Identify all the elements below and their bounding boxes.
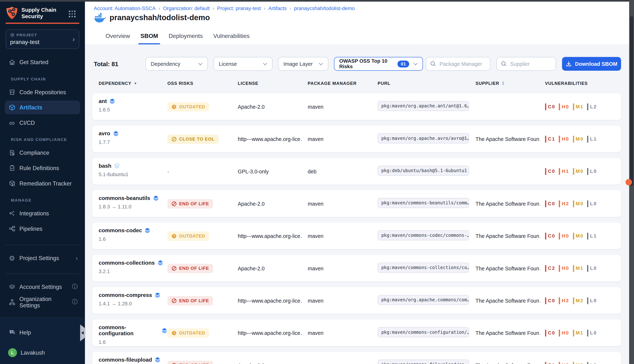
dependency-name[interactable]: commons-configuration	[99, 324, 159, 336]
dependency-version: 1.6.5	[99, 107, 167, 113]
sidebar-item-code-repositories[interactable]: Code Repositories	[0, 84, 85, 100]
package-manager-value: maven	[308, 136, 372, 142]
sidebar-item-label: Help	[20, 329, 31, 336]
tab-vulnerabilities[interactable]: Vulnerabilities	[213, 28, 250, 44]
table-row[interactable]: ant1.6.5OUTDATEDApache-2.0mavenpkg:maven…	[92, 93, 621, 120]
supplier-value: The Apache Software Foun…	[475, 200, 540, 206]
purl-value[interactable]: pkg:maven/commons-beanutils/comm…	[378, 198, 469, 208]
sidebar-item-artifacts[interactable]: Artifacts	[0, 100, 85, 115]
vuln-c-count: C1	[545, 136, 555, 142]
severity-bar	[545, 297, 546, 304]
dependency-name[interactable]: commons-fileupload	[99, 357, 152, 363]
purl-value[interactable]: pkg:maven/commons-collections/co…	[378, 262, 469, 272]
dependency-name[interactable]: bash	[99, 163, 111, 169]
severity-bar	[545, 329, 546, 336]
filter-count-badge: 01	[398, 60, 409, 67]
purl-value[interactable]: pkg:maven/commons-codec/commons-…	[378, 230, 469, 240]
package-manager-value: deb	[308, 168, 372, 174]
vuln-l-count: L0	[587, 329, 597, 336]
dependency-version: 1.7.7	[99, 139, 167, 145]
severity-bar	[545, 168, 546, 175]
dependency-name[interactable]: commons-compress	[99, 292, 152, 298]
dependency-name[interactable]: commons-collections	[99, 260, 155, 266]
tab-deployments[interactable]: Deployments	[169, 28, 203, 44]
sidebar-item-rule-definitions[interactable]: Rule Definitions	[0, 160, 85, 176]
purl-value[interactable]: pkg:maven/org.apache.avro/avro@1…	[378, 133, 469, 143]
sidebar-item-get-started[interactable]: Get Started	[0, 54, 85, 70]
sidebar-item-account-settings[interactable]: Account Settings ⓘ	[0, 279, 85, 294]
table-row[interactable]: commons-compress1.4.1 → 1.28.0END OF LIF…	[92, 287, 621, 314]
purl-value[interactable]: pkg:maven/commons-fileupload/co…	[378, 360, 469, 364]
vuln-c-count: C0	[545, 168, 555, 175]
breadcrumb-organization[interactable]: Organization: default	[163, 6, 210, 11]
severity-bar	[587, 297, 588, 304]
sidebar-item-project-settings[interactable]: ⚙ Project Settings ›	[0, 250, 85, 266]
vulnerability-counts: C0H2M0L0	[545, 200, 621, 207]
cube-icon	[10, 33, 15, 37]
package-manager-input[interactable]	[439, 60, 486, 67]
dependency-filter-dropdown[interactable]: Dependency	[145, 57, 208, 71]
tab-sbom[interactable]: SBOM	[141, 28, 158, 44]
image-layer-filter-dropdown[interactable]: Image Layer	[278, 57, 328, 71]
license-cell: http---www.apache.org-lice…	[238, 136, 308, 142]
module-grid-icon[interactable]	[69, 10, 75, 17]
severity-bar	[587, 232, 588, 239]
vulnerability-counts: C0H0M1L2	[545, 103, 621, 110]
breadcrumb-current[interactable]: pranaycshah/todolist-demo	[294, 6, 355, 11]
table-row[interactable]: commons-collections3.2.1END OF LIFEApach…	[92, 255, 621, 282]
purl-value[interactable]: pkg:deb/ubuntu/bash@5.1-6ubuntu1	[378, 166, 469, 176]
user-name: Lavakush	[21, 350, 45, 356]
vuln-m-count: M0	[573, 200, 583, 207]
column-purl: PURL	[378, 81, 475, 86]
purl-value[interactable]: pkg:maven/org.apache.commons/com…	[378, 295, 469, 305]
purl-value[interactable]: pkg:maven/commons-configuration/…	[378, 327, 469, 337]
sidebar-user[interactable]: L Lavakush	[0, 345, 85, 360]
supplier-input[interactable]	[509, 60, 551, 67]
purl-cell: pkg:maven/org.apache.commons/com…	[378, 295, 475, 306]
scrollbar-thumb[interactable]	[630, 16, 633, 186]
dependency-name[interactable]: commons-codec	[99, 228, 142, 234]
breadcrumb-project[interactable]: Project: pranay-test	[217, 6, 261, 11]
sidebar-item-help[interactable]: ? Help	[0, 325, 85, 340]
license-value: GPL-3.0-only	[238, 168, 302, 174]
info-icon[interactable]: ⓘ	[72, 298, 78, 306]
license-filter-dropdown[interactable]: License	[213, 57, 273, 71]
app-viewport: Supply ChainSecurity PROJECT pranay-test…	[0, 0, 634, 364]
sidebar-item-cicd[interactable]: ∞ CI/CD	[0, 115, 85, 130]
download-sbom-button[interactable]: Download SBOM	[562, 57, 621, 71]
project-name: pranay-test	[10, 39, 75, 45]
dependency-cell: ant1.6.5	[99, 93, 167, 120]
column-supplier[interactable]: SUPPLIER ▲▼	[475, 81, 545, 86]
tab-overview[interactable]: Overview	[106, 28, 130, 44]
project-selector[interactable]: PROJECT pranay-test ›	[6, 30, 79, 49]
license-cell: Apache-2.0	[238, 200, 308, 206]
breadcrumb-artifacts[interactable]: Artifacts	[268, 6, 287, 11]
column-dependency[interactable]: DEPENDENCY▼	[99, 81, 167, 86]
info-icon[interactable]: ⓘ	[72, 283, 78, 290]
project-label: PROJECT	[17, 33, 37, 37]
sidebar-item-label: CI/CD	[20, 120, 35, 126]
ban-icon	[172, 298, 177, 303]
sidebar-item-integrations[interactable]: Integrations	[0, 206, 85, 221]
table-row[interactable]: commons-configuration1.6OUTDATEDhttp---w…	[92, 320, 621, 346]
dependency-name[interactable]: ant	[99, 98, 107, 104]
sidebar-item-pipelines[interactable]: Pipelines	[0, 221, 85, 236]
vuln-h-count: H0	[559, 232, 569, 239]
dependency-name[interactable]: commons-beanutils	[99, 195, 150, 201]
breadcrumb-account[interactable]: Account: Automation-SSCA	[94, 6, 156, 11]
sidebar-item-compliance[interactable]: Compliance	[0, 145, 85, 160]
table-row[interactable]: commons-codec1.6OUTDATEDhttp---www.apach…	[92, 222, 621, 249]
sidebar-item-remediation-tracker[interactable]: Remediation Tracker	[0, 176, 85, 191]
pipelines-icon	[8, 225, 16, 232]
purl-value[interactable]: pkg:maven/org.apache.ant/ant@1.6…	[378, 101, 469, 111]
package-manager-cell: maven	[308, 330, 378, 336]
table-row[interactable]: commons-beanutils1.8.3 → 1.11.0END OF LI…	[92, 190, 621, 217]
dependency-name[interactable]: avro	[99, 130, 110, 136]
sidebar-item-label: Rule Definitions	[20, 165, 59, 171]
owasp-risks-filter-dropdown[interactable]: OWASP OSS Top 10 Risks 01	[334, 57, 423, 71]
sidebar-item-organization-settings[interactable]: Organization Settings ⓘ	[0, 294, 85, 310]
table-row[interactable]: avro1.7.7CLOSE TO EOLhttp---www.apache.o…	[92, 126, 621, 152]
table-row[interactable]: commons-fileuploadEND OF LIFEApache-2.0m…	[92, 352, 621, 364]
table-row[interactable]: bash5.1-6ubuntu1-GPL-3.0-onlydebpkg:deb/…	[92, 158, 621, 184]
ban-icon	[172, 266, 177, 271]
